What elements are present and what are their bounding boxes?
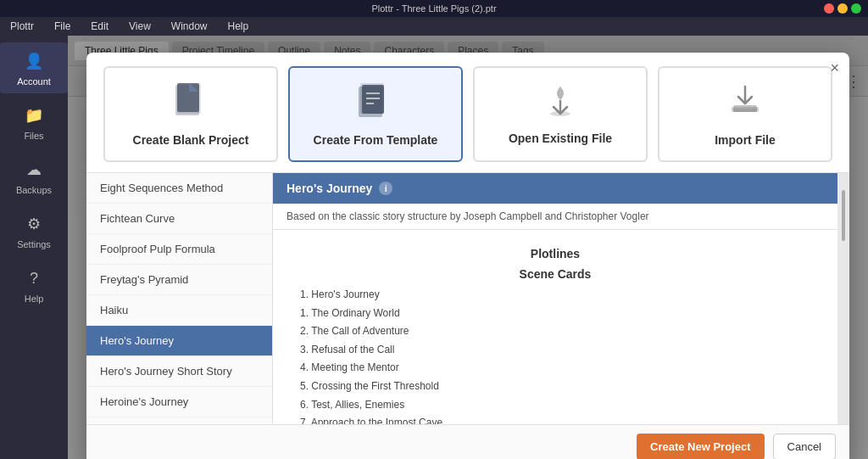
scene-item-2: 3. Refusal of the Call bbox=[300, 341, 824, 360]
open-file-icon bbox=[542, 83, 579, 125]
preview-scrollbar bbox=[837, 173, 849, 424]
sidebar-label-backups: Backups bbox=[16, 185, 52, 195]
project-types-row: Create Blank Project bbox=[86, 53, 849, 173]
modal-footer: Create New Project Cancel bbox=[86, 424, 849, 459]
minimize-button[interactable] bbox=[837, 3, 848, 14]
title-bar: Plottr - Three Little Pigs (2).ptr bbox=[0, 0, 868, 17]
scene-item-3: 4. Meeting the Mentor bbox=[300, 359, 824, 378]
menu-bar: Plottr File Edit View Window Help bbox=[0, 17, 868, 36]
menu-window[interactable]: Window bbox=[168, 19, 211, 34]
modal-overlay: × Create Blank Pr bbox=[68, 36, 868, 459]
sidebar-item-help[interactable]: ? Help bbox=[0, 260, 68, 311]
menu-view[interactable]: View bbox=[125, 19, 154, 34]
cancel-button[interactable]: Cancel bbox=[773, 434, 836, 459]
sidebar-item-account[interactable]: 👤 Account bbox=[0, 42, 68, 93]
preview-title: Hero's Journey bbox=[287, 182, 372, 195]
scene-item-1: 2. The Call of Adventure bbox=[300, 322, 824, 341]
modal-dialog: × Create Blank Pr bbox=[86, 53, 849, 459]
maximize-button[interactable] bbox=[851, 3, 861, 14]
template-item-7[interactable]: Heroine's Journey bbox=[86, 387, 272, 417]
sidebar-label-files: Files bbox=[24, 131, 43, 141]
svg-rect-12 bbox=[732, 107, 759, 112]
scene-item-5: 6. Test, Allies, Enemies bbox=[300, 396, 824, 415]
sidebar-item-settings[interactable]: ⚙ Settings bbox=[0, 205, 68, 256]
menu-file[interactable]: File bbox=[51, 19, 74, 34]
template-item-0[interactable]: Eight Sequences Method bbox=[86, 173, 272, 204]
scrollbar-thumb bbox=[842, 190, 845, 241]
template-item-6[interactable]: Hero's Journey Short Story bbox=[86, 356, 272, 387]
backups-icon: ☁ bbox=[22, 158, 46, 182]
template-item-4[interactable]: Haiku bbox=[86, 295, 272, 326]
scene-item-4: 5. Crossing the First Threshold bbox=[300, 378, 824, 396]
template-list: Eight Sequences Method Fichtean Curve Fo… bbox=[86, 173, 273, 424]
menu-help[interactable]: Help bbox=[225, 19, 253, 34]
section-scene-cards: Scene Cards bbox=[287, 267, 824, 281]
modal-close-button[interactable]: × bbox=[830, 59, 839, 77]
create-from-template-button[interactable]: Create From Template bbox=[288, 66, 463, 162]
scene-parent-list: 1. Hero's Journey bbox=[287, 286, 824, 305]
preview-subtitle: Based on the classic story structure by … bbox=[273, 204, 837, 230]
window-controls bbox=[824, 3, 861, 14]
create-new-project-button[interactable]: Create New Project bbox=[637, 434, 765, 459]
template-label: Create From Template bbox=[314, 133, 438, 147]
open-file-label: Open Existing File bbox=[509, 132, 612, 145]
import-file-button[interactable]: Import File bbox=[658, 66, 832, 162]
preview-content: Plotlines Scene Cards 1. Hero's Journey … bbox=[273, 230, 837, 424]
sidebar: 👤 Account 📁 Files ☁ Backups ⚙ Settings ?… bbox=[0, 36, 68, 459]
template-item-5[interactable]: Hero's Journey bbox=[86, 326, 272, 356]
title-bar-title: Plottr - Three Little Pigs (2).ptr bbox=[7, 3, 861, 14]
info-icon[interactable]: i bbox=[379, 182, 392, 195]
template-preview: Hero's Journey i Based on the classic st… bbox=[273, 173, 837, 424]
close-button[interactable] bbox=[824, 3, 834, 14]
settings-icon: ⚙ bbox=[22, 212, 46, 236]
sidebar-item-backups[interactable]: ☁ Backups bbox=[0, 151, 68, 202]
create-blank-button[interactable]: Create Blank Project bbox=[103, 66, 278, 162]
sidebar-item-files[interactable]: 📁 Files bbox=[0, 97, 68, 148]
template-item-3[interactable]: Freytag's Pyramid bbox=[86, 265, 272, 295]
blank-project-icon bbox=[174, 81, 208, 126]
menu-edit[interactable]: Edit bbox=[87, 19, 112, 34]
main-layout: 👤 Account 📁 Files ☁ Backups ⚙ Settings ?… bbox=[0, 36, 868, 459]
template-icon bbox=[357, 81, 394, 126]
help-icon: ? bbox=[22, 266, 46, 290]
scene-item-0: 1. The Ordinary World bbox=[300, 305, 824, 323]
content-area: Three Little Pigs Project Timeline Outli… bbox=[68, 36, 868, 459]
import-label: Import File bbox=[715, 133, 776, 147]
template-item-1[interactable]: Fichtean Curve bbox=[86, 204, 272, 234]
sidebar-label-settings: Settings bbox=[17, 239, 51, 249]
svg-rect-2 bbox=[177, 83, 199, 112]
template-item-2[interactable]: Foolproof Pulp Formula bbox=[86, 234, 272, 265]
sidebar-label-help: Help bbox=[25, 294, 44, 304]
template-item-8[interactable]: Horror Beat Sheet bbox=[86, 417, 272, 424]
scene-item-6: 7. Approach to the Inmost Cave bbox=[300, 414, 824, 424]
account-icon: 👤 bbox=[22, 49, 46, 73]
files-icon: 📁 bbox=[22, 104, 46, 127]
scene-parent-item: 1. Hero's Journey bbox=[300, 286, 824, 305]
modal-body: Eight Sequences Method Fichtean Curve Fo… bbox=[86, 173, 849, 424]
import-icon bbox=[726, 81, 764, 126]
svg-point-9 bbox=[550, 111, 570, 116]
scene-sub-list: 1. The Ordinary World 2. The Call of Adv… bbox=[287, 305, 824, 424]
sidebar-label-account: Account bbox=[17, 76, 51, 87]
preview-header: Hero's Journey i bbox=[273, 173, 837, 204]
open-existing-button[interactable]: Open Existing File bbox=[473, 66, 648, 162]
section-plotlines: Plotlines bbox=[287, 247, 824, 260]
menu-plottr[interactable]: Plottr bbox=[7, 19, 37, 34]
blank-project-label: Create Blank Project bbox=[133, 133, 249, 147]
